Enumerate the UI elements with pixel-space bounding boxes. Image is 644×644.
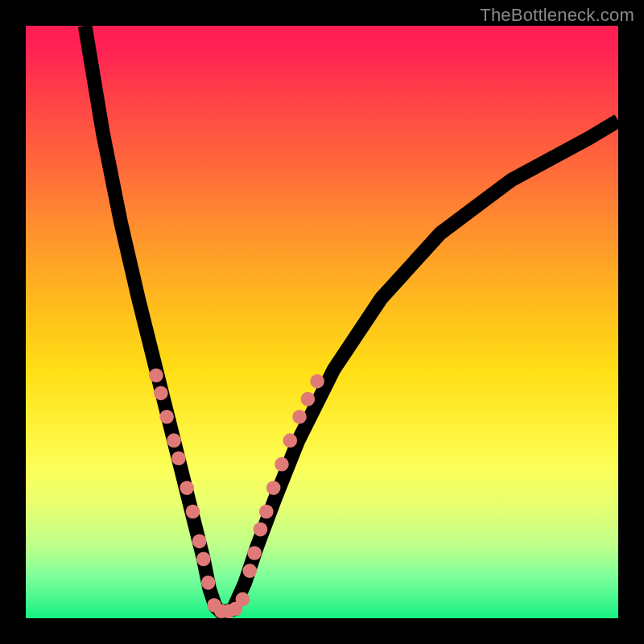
data-point: [301, 392, 316, 407]
data-point: [292, 410, 307, 424]
data-point: [201, 576, 216, 590]
data-point: [310, 374, 324, 389]
chart-container: TheBottleneck.com: [0, 0, 644, 644]
data-point: [159, 410, 174, 424]
data-point: [254, 522, 268, 537]
data-point: [259, 505, 274, 519]
data-point: [186, 505, 200, 519]
bottleneck-curve: [85, 26, 618, 613]
data-point: [192, 534, 207, 548]
data-point: [283, 433, 297, 448]
data-point: [171, 451, 186, 465]
data-point: [236, 592, 250, 607]
data-point: [242, 564, 257, 578]
plot-area: [26, 26, 618, 618]
data-points: [149, 368, 324, 618]
data-point: [247, 546, 262, 560]
watermark-text: TheBottleneck.com: [480, 5, 634, 26]
curve-layer: [26, 26, 618, 618]
data-point: [180, 481, 194, 495]
data-point: [154, 386, 168, 400]
data-point: [167, 433, 181, 448]
data-point: [149, 368, 163, 382]
data-point: [275, 457, 289, 472]
data-point: [196, 552, 211, 567]
data-point: [266, 481, 281, 495]
